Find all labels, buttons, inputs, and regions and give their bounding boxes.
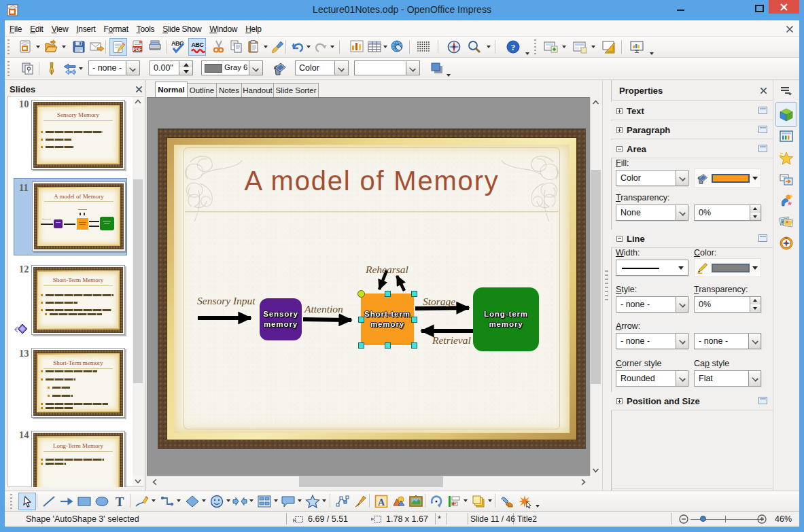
svg-text:?: ? [511, 42, 516, 52]
svg-text:ABC: ABC [192, 41, 205, 48]
svg-text:N: N [786, 236, 788, 240]
svg-text:PDF: PDF [133, 47, 142, 52]
svg-text:T: T [116, 495, 124, 509]
svg-text:A: A [378, 497, 385, 508]
